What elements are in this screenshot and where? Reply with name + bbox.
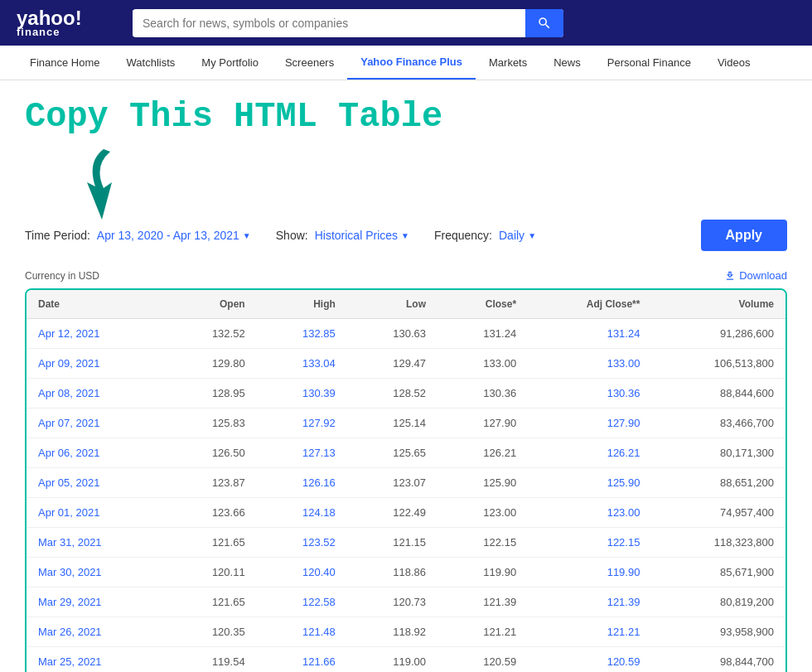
cell-volume: 98,844,700 (651, 647, 785, 673)
cell-high: 124.18 (257, 498, 347, 528)
cell-adj-close: 125.90 (528, 468, 651, 498)
down-arrow-icon (70, 145, 137, 228)
cell-date: Apr 07, 2021 (27, 409, 167, 438)
arrow-container (25, 162, 787, 211)
cell-high: 121.66 (257, 647, 347, 673)
cell-date: Apr 12, 2021 (27, 319, 167, 349)
cell-adj-close: 123.00 (528, 498, 651, 528)
cell-low: 122.49 (347, 498, 437, 528)
currency-label: Currency in USD (25, 270, 99, 282)
cell-low: 129.47 (347, 349, 437, 379)
cell-high: 121.48 (257, 617, 347, 647)
cell-volume: 118,323,800 (651, 528, 785, 558)
table-row: Apr 06, 2021 126.50 127.13 125.65 126.21… (27, 438, 785, 468)
nav-videos[interactable]: Videos (704, 46, 764, 79)
col-high: High (257, 290, 347, 319)
cell-volume: 93,958,900 (651, 617, 785, 647)
table-row: Mar 25, 2021 119.54 121.66 119.00 120.59… (27, 647, 785, 673)
cell-close: 127.90 (437, 409, 528, 438)
chevron-down-icon: ▼ (243, 231, 251, 240)
show-group: Show: Historical Prices ▼ (276, 229, 409, 242)
search-button[interactable] (525, 9, 563, 37)
table-row: Mar 29, 2021 121.65 122.58 120.73 121.39… (27, 587, 785, 617)
cell-date: Apr 06, 2021 (27, 438, 167, 468)
nav-my-portfolio[interactable]: My Portfolio (188, 46, 272, 79)
cell-open: 128.95 (167, 379, 257, 409)
cell-adj-close: 121.39 (528, 587, 651, 617)
yahoo-logo: yahoo! finance (17, 8, 116, 37)
cell-low: 118.86 (347, 558, 437, 587)
cell-open: 119.54 (167, 647, 257, 673)
cell-low: 121.15 (347, 528, 437, 558)
table-row: Mar 26, 2021 120.35 121.48 118.92 121.21… (27, 617, 785, 647)
col-adj-close: Adj Close** (528, 290, 651, 319)
time-period-dropdown[interactable]: Apr 13, 2020 - Apr 13, 2021 ▼ (97, 229, 251, 242)
cell-open: 129.80 (167, 349, 257, 379)
cell-high: 133.04 (257, 349, 347, 379)
cell-high: 132.85 (257, 319, 347, 349)
nav-news[interactable]: News (540, 46, 594, 79)
cell-volume: 83,466,700 (651, 409, 785, 438)
frequency-dropdown[interactable]: Daily ▼ (499, 229, 536, 242)
nav-personal-finance[interactable]: Personal Finance (594, 46, 704, 79)
time-period-label: Time Period: (25, 229, 90, 242)
cell-date: Apr 05, 2021 (27, 468, 167, 498)
page-heading: Copy This HTML Table (25, 97, 787, 137)
table-header-row: Date Open High Low Close* Adj Close** Vo… (27, 290, 785, 319)
cell-adj-close: 120.59 (528, 647, 651, 673)
time-period-value: Apr 13, 2020 - Apr 13, 2021 (97, 229, 239, 242)
cell-volume: 106,513,800 (651, 349, 785, 379)
cell-low: 123.07 (347, 468, 437, 498)
cell-date: Mar 25, 2021 (27, 647, 167, 673)
search-icon (537, 16, 552, 31)
cell-high: 130.39 (257, 379, 347, 409)
cell-low: 125.14 (347, 409, 437, 438)
cell-adj-close: 131.24 (528, 319, 651, 349)
frequency-label: Frequency: (434, 229, 492, 242)
historical-prices-table: Date Open High Low Close* Adj Close** Vo… (25, 288, 787, 672)
table-row: Apr 12, 2021 132.52 132.85 130.63 131.24… (27, 319, 785, 349)
time-period-group: Time Period: Apr 13, 2020 - Apr 13, 2021… (25, 229, 251, 242)
col-close: Close* (437, 290, 528, 319)
search-input[interactable] (133, 10, 525, 36)
cell-volume: 88,844,600 (651, 379, 785, 409)
cell-adj-close: 133.00 (528, 349, 651, 379)
cell-open: 132.52 (167, 319, 257, 349)
cell-close: 130.36 (437, 379, 528, 409)
show-label: Show: (276, 229, 308, 242)
cell-low: 119.00 (347, 647, 437, 673)
download-icon (724, 270, 736, 282)
page-header: yahoo! finance (0, 0, 812, 46)
cell-close: 119.90 (437, 558, 528, 587)
col-low: Low (347, 290, 437, 319)
table-row: Apr 09, 2021 129.80 133.04 129.47 133.00… (27, 349, 785, 379)
cell-high: 123.52 (257, 528, 347, 558)
show-dropdown[interactable]: Historical Prices ▼ (315, 229, 409, 242)
cell-close: 121.21 (437, 617, 528, 647)
main-content: Copy This HTML Table Time Period: Apr 13… (0, 80, 812, 672)
col-volume: Volume (651, 290, 785, 319)
frequency-group: Frequency: Daily ▼ (434, 229, 536, 242)
chevron-down-show-icon: ▼ (401, 231, 409, 240)
cell-high: 122.58 (257, 587, 347, 617)
nav-yahoo-finance-plus[interactable]: Yahoo Finance Plus (347, 46, 476, 80)
table-row: Apr 07, 2021 125.83 127.92 125.14 127.90… (27, 409, 785, 438)
show-value: Historical Prices (315, 229, 398, 242)
apply-button[interactable]: Apply (701, 220, 787, 251)
nav-watchlists[interactable]: Watchlists (114, 46, 189, 79)
cell-close: 126.21 (437, 438, 528, 468)
cell-adj-close: 119.90 (528, 558, 651, 587)
cell-open: 123.66 (167, 498, 257, 528)
cell-volume: 85,671,900 (651, 558, 785, 587)
nav-markets[interactable]: Markets (476, 46, 540, 79)
cell-close: 121.39 (437, 587, 528, 617)
cell-low: 125.65 (347, 438, 437, 468)
cell-close: 122.15 (437, 528, 528, 558)
table-row: Mar 31, 2021 121.65 123.52 121.15 122.15… (27, 528, 785, 558)
chevron-down-freq-icon: ▼ (528, 231, 536, 240)
download-button[interactable]: Download (724, 269, 787, 282)
cell-open: 121.65 (167, 587, 257, 617)
nav-screeners[interactable]: Screeners (272, 46, 347, 79)
cell-volume: 88,651,200 (651, 468, 785, 498)
nav-finance-home[interactable]: Finance Home (17, 46, 114, 79)
